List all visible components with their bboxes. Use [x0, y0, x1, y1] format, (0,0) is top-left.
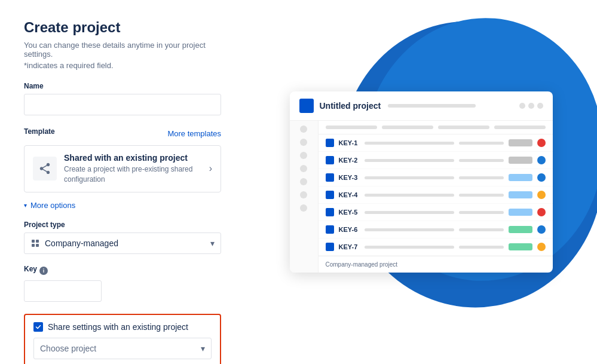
required-note: *indicates a required field.	[24, 61, 221, 70]
row-avatar	[537, 225, 546, 234]
row-bar-short	[459, 176, 504, 179]
row-color-box	[326, 243, 334, 251]
row-key: KEY-6	[339, 226, 360, 233]
more-templates-link[interactable]: More templates	[167, 129, 221, 138]
left-panel: Create project You can change these deta…	[0, 0, 245, 364]
sub-bar-2	[382, 126, 433, 129]
sub-bar-3	[438, 126, 489, 129]
preview-sidebar	[290, 121, 319, 273]
svg-rect-3	[36, 244, 39, 247]
name-field: Name	[24, 82, 221, 115]
chevron-down-icon: ▾	[210, 238, 215, 248]
row-bar-long	[365, 176, 454, 179]
svg-rect-0	[32, 240, 35, 243]
page-title: Create project	[24, 19, 221, 36]
preview-table: KEY-1 KEY-2	[319, 134, 553, 256]
row-color-box	[326, 191, 334, 199]
choose-project-placeholder: Choose project	[40, 344, 96, 353]
row-bar-short	[459, 211, 504, 214]
row-status-bar	[509, 226, 532, 233]
check-icon	[35, 324, 41, 330]
project-title: Untitled project	[320, 101, 382, 111]
template-label: Template	[24, 127, 55, 136]
row-color-box	[326, 173, 334, 182]
template-card[interactable]: Shared with an existing project Create a…	[24, 145, 221, 192]
row-color-box	[326, 208, 334, 216]
share-icon	[38, 162, 51, 175]
row-bar-short	[459, 194, 504, 197]
more-options[interactable]: ▾ More options	[24, 201, 221, 210]
row-bar-long	[365, 228, 454, 231]
share-settings-box: Share settings with an existing project …	[24, 314, 221, 364]
row-status-bar	[509, 157, 532, 164]
table-row: KEY-5	[319, 204, 553, 221]
row-color-box	[326, 225, 334, 234]
table-row: KEY-7	[319, 238, 553, 256]
row-bar-short	[459, 142, 504, 145]
company-managed-icon	[30, 238, 40, 248]
right-panel: Untitled project	[245, 0, 597, 364]
row-avatar	[537, 191, 546, 199]
row-bar-long	[365, 194, 454, 197]
table-row: KEY-3	[319, 169, 553, 186]
project-type-section: Project type Company-managed ▾	[24, 221, 221, 254]
sidebar-dot-2	[300, 139, 307, 146]
template-name: Shared with an existing project	[64, 153, 203, 163]
row-key: KEY-4	[339, 191, 360, 198]
sidebar-dot-7	[300, 204, 307, 212]
project-type-select[interactable]: Company-managed ▾	[24, 233, 221, 254]
template-section: Template More templates Shared with an e…	[24, 127, 221, 192]
template-info: Shared with an existing project Create a…	[64, 153, 203, 185]
share-checkbox-row: Share settings with an existing project	[33, 322, 212, 332]
svg-rect-2	[32, 244, 35, 247]
sidebar-dot-4	[300, 165, 307, 172]
row-bar-long	[365, 246, 454, 249]
row-status-bar	[509, 209, 532, 216]
row-avatar	[537, 173, 546, 182]
row-avatar	[537, 156, 546, 164]
row-bar-long	[365, 142, 454, 145]
dot-1	[519, 103, 525, 109]
table-row: KEY-6	[319, 221, 553, 238]
project-type-label: Project type	[24, 221, 221, 229]
window-dots	[519, 103, 543, 109]
key-info-badge[interactable]: i	[39, 267, 48, 275]
key-input[interactable]	[24, 280, 102, 302]
row-key: KEY-7	[339, 243, 360, 250]
row-color-box	[326, 139, 334, 147]
sidebar-dot-1	[300, 126, 307, 133]
row-color-box	[326, 156, 334, 164]
choose-project-select[interactable]: Choose project ▾	[33, 338, 212, 359]
preview-main: KEY-1 KEY-2	[319, 121, 553, 273]
row-key: KEY-5	[339, 209, 360, 216]
row-avatar	[537, 243, 546, 251]
sidebar-dot-5	[300, 178, 307, 185]
sub-bar-1	[326, 126, 377, 129]
row-key: KEY-3	[339, 174, 360, 181]
preview-subheader	[319, 121, 553, 134]
row-bar-long	[365, 211, 454, 214]
chevron-right-icon: ›	[209, 163, 212, 174]
name-input[interactable]	[24, 94, 221, 115]
table-row: KEY-4	[319, 186, 553, 204]
preview-card: Untitled project	[290, 91, 553, 273]
template-icon	[33, 157, 57, 181]
sidebar-dot-6	[300, 191, 307, 198]
preview-footer: Company-managed project	[319, 256, 553, 273]
project-color-box	[299, 99, 314, 113]
dot-2	[528, 103, 534, 109]
subtitle: You can change these details anytime in …	[24, 41, 221, 59]
table-row: KEY-1	[319, 134, 553, 152]
project-type-select-wrapper: Company-managed ▾	[24, 233, 221, 254]
row-key: KEY-2	[339, 157, 360, 164]
row-status-bar	[509, 174, 532, 181]
more-options-label: More options	[30, 201, 75, 210]
project-type-text: Company-managed	[45, 238, 118, 248]
row-bar-short	[459, 159, 504, 162]
template-desc: Create a project with pre-existing share…	[64, 164, 203, 185]
row-bar-short	[459, 246, 504, 249]
share-settings-checkbox[interactable]	[33, 322, 43, 332]
preview-header-bars	[388, 104, 513, 108]
sidebar-dot-3	[300, 152, 307, 159]
chevron-down-icon: ▾	[201, 344, 205, 353]
